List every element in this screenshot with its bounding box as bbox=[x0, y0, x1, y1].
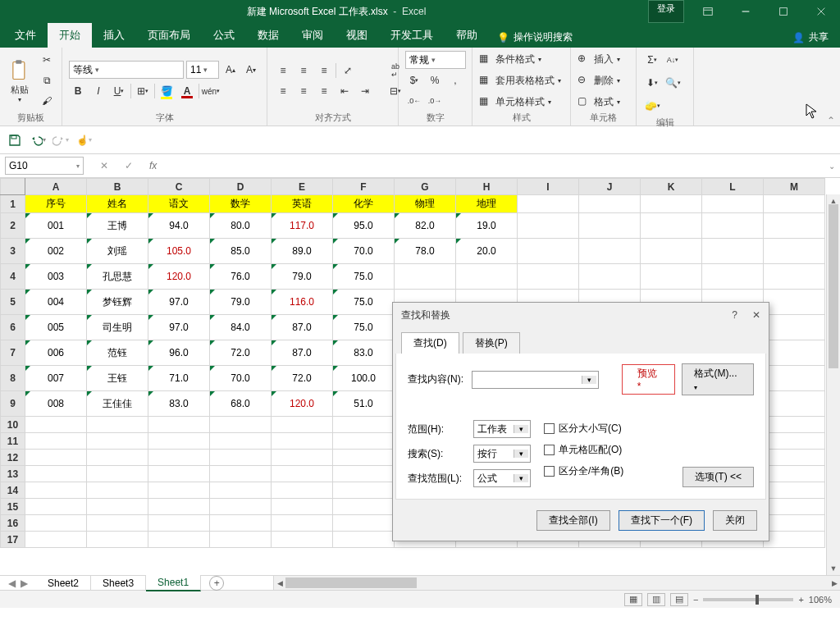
insert-cell-button[interactable]: ⊕插入 ▾ bbox=[578, 51, 620, 67]
align-center-icon[interactable]: ≡ bbox=[294, 82, 313, 100]
cell[interactable] bbox=[25, 466, 87, 482]
cell[interactable]: 120.0 bbox=[272, 391, 333, 417]
header-cell[interactable]: 物理 bbox=[395, 195, 456, 213]
border-icon[interactable]: ⊞▾ bbox=[134, 82, 152, 100]
cell[interactable]: 19.0 bbox=[456, 213, 518, 239]
decrease-font-icon[interactable]: A▾ bbox=[242, 61, 260, 79]
row-header[interactable]: 5 bbox=[1, 290, 25, 315]
cell[interactable]: 68.0 bbox=[210, 391, 272, 417]
row-header[interactable]: 4 bbox=[1, 264, 25, 290]
align-top-icon[interactable]: ≡ bbox=[274, 62, 292, 80]
font-size-select[interactable]: 11▾ bbox=[186, 61, 219, 79]
cell[interactable] bbox=[456, 264, 518, 290]
col-header[interactable]: E bbox=[272, 179, 333, 195]
col-header[interactable]: M bbox=[764, 179, 825, 195]
dialog-tab-find[interactable]: 查找(D) bbox=[401, 332, 459, 354]
header-cell[interactable]: 英语 bbox=[272, 195, 333, 213]
cell[interactable] bbox=[764, 499, 825, 515]
cell[interactable]: 王佳佳 bbox=[87, 391, 148, 417]
cell[interactable] bbox=[25, 499, 87, 515]
zoom-level[interactable]: 106% bbox=[809, 595, 832, 605]
add-sheet-button[interactable]: + bbox=[209, 576, 224, 591]
match-case-checkbox[interactable]: 区分大小写(C) bbox=[544, 422, 623, 436]
header-cell[interactable]: 地理 bbox=[456, 195, 518, 213]
find-content-input[interactable]: ▾ bbox=[472, 371, 599, 389]
copy-icon[interactable]: ⧉ bbox=[38, 71, 56, 89]
cell[interactable]: 76.0 bbox=[210, 264, 272, 290]
page-break-icon[interactable]: ▤ bbox=[670, 593, 688, 606]
row-header[interactable]: 13 bbox=[1, 466, 25, 482]
dialog-tab-replace[interactable]: 替换(P) bbox=[463, 332, 520, 354]
cell[interactable] bbox=[25, 515, 87, 532]
sheet-tab-sheet1[interactable]: Sheet1 bbox=[146, 575, 201, 591]
phonetic-icon[interactable]: wén▾ bbox=[202, 82, 220, 100]
col-header[interactable]: C bbox=[148, 179, 210, 195]
cell[interactable]: 83.0 bbox=[333, 340, 395, 366]
cell[interactable] bbox=[87, 433, 148, 450]
select-all-corner[interactable] bbox=[1, 179, 25, 195]
cell[interactable]: 72.0 bbox=[210, 340, 272, 366]
options-button[interactable]: 选项(T) << bbox=[682, 467, 754, 487]
cell[interactable]: 001 bbox=[25, 213, 87, 239]
zoom-slider[interactable] bbox=[703, 598, 793, 601]
cell[interactable] bbox=[518, 195, 579, 213]
cell[interactable] bbox=[764, 466, 825, 482]
tab-insert[interactable]: 插入 bbox=[92, 23, 136, 48]
cell[interactable]: 100.0 bbox=[333, 366, 395, 391]
find-next-button[interactable]: 查找下一个(F) bbox=[619, 510, 705, 531]
cell[interactable]: 85.0 bbox=[210, 239, 272, 264]
cell[interactable] bbox=[210, 532, 272, 548]
inc-dec-icon[interactable]: .0← bbox=[405, 92, 423, 110]
save-icon[interactable] bbox=[7, 132, 23, 148]
row-header[interactable]: 6 bbox=[1, 315, 25, 340]
cell[interactable]: 105.0 bbox=[148, 239, 210, 264]
cell[interactable] bbox=[148, 515, 210, 532]
cell[interactable] bbox=[764, 315, 825, 340]
cell[interactable]: 71.0 bbox=[148, 366, 210, 391]
fill-icon[interactable]: ⬇▾ bbox=[643, 74, 661, 92]
sheet-nav-next-icon[interactable]: ▶ bbox=[19, 578, 30, 589]
cell[interactable] bbox=[25, 433, 87, 450]
col-header[interactable]: G bbox=[395, 179, 456, 195]
vertical-scrollbar[interactable]: ▲▼ bbox=[826, 194, 840, 575]
cell[interactable] bbox=[272, 466, 333, 482]
cell[interactable]: 范钰 bbox=[87, 340, 148, 366]
dec-dec-icon[interactable]: .0→ bbox=[426, 92, 444, 110]
touch-icon[interactable]: ☝▾ bbox=[75, 132, 92, 148]
col-header[interactable]: A bbox=[25, 179, 87, 195]
cell[interactable] bbox=[764, 195, 825, 213]
row-header[interactable]: 17 bbox=[1, 532, 25, 548]
match-width-checkbox[interactable]: 区分全/半角(B) bbox=[544, 464, 623, 478]
comma-icon[interactable]: , bbox=[446, 71, 464, 89]
header-cell[interactable]: 化学 bbox=[333, 195, 395, 213]
cell[interactable] bbox=[333, 499, 395, 515]
cell[interactable] bbox=[25, 482, 87, 499]
cell[interactable] bbox=[272, 499, 333, 515]
cell[interactable]: 80.0 bbox=[210, 213, 272, 239]
row-header[interactable]: 1 bbox=[1, 195, 25, 213]
login-button[interactable]: 登录 bbox=[648, 0, 684, 23]
sheet-tab-sheet2[interactable]: Sheet2 bbox=[36, 576, 91, 591]
delete-cell-button[interactable]: ⊖删除 ▾ bbox=[578, 72, 620, 89]
cell[interactable] bbox=[702, 239, 764, 264]
cell[interactable] bbox=[702, 195, 764, 213]
cell[interactable]: 003 bbox=[25, 264, 87, 290]
cell[interactable] bbox=[148, 482, 210, 499]
font-family-select[interactable]: 等线▾ bbox=[69, 61, 184, 79]
redo-icon[interactable]: ▾ bbox=[52, 132, 69, 148]
sum-icon[interactable]: Σ▾ bbox=[643, 51, 661, 69]
table-format-button[interactable]: ▦套用表格格式 ▾ bbox=[479, 72, 561, 89]
cell[interactable]: 97.0 bbox=[148, 290, 210, 315]
cell[interactable] bbox=[764, 239, 825, 264]
cell[interactable] bbox=[148, 450, 210, 466]
conditional-format-button[interactable]: ▦条件格式 ▾ bbox=[479, 51, 561, 67]
cell[interactable]: 75.0 bbox=[333, 290, 395, 315]
maximize-icon[interactable] bbox=[765, 0, 802, 23]
cell[interactable] bbox=[333, 532, 395, 548]
tab-formula[interactable]: 公式 bbox=[202, 23, 246, 48]
cell[interactable]: 司生明 bbox=[87, 315, 148, 340]
cell[interactable] bbox=[395, 264, 456, 290]
cancel-fx-icon[interactable]: ✕ bbox=[100, 160, 108, 171]
cell[interactable] bbox=[210, 515, 272, 532]
cell[interactable]: 梦钰辉 bbox=[87, 290, 148, 315]
